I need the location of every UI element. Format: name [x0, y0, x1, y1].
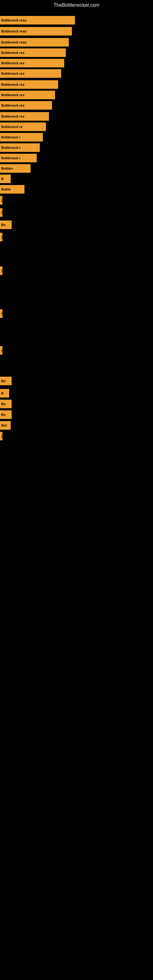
bar-item: Bottleneck resu: [0, 38, 69, 46]
bar-label: Bottleneck res: [1, 51, 24, 54]
bar-label: B: [1, 177, 4, 181]
bar-item: |: [0, 309, 2, 318]
bar-label: Bottleneck res: [1, 61, 24, 65]
bar-label: |: [1, 269, 2, 272]
bar-item: B: [0, 175, 11, 183]
bar-label: |: [1, 211, 2, 215]
bar-item: Bottleneck res: [0, 59, 64, 67]
bar-item: Bottleneck re: [0, 123, 46, 131]
bar-item: Bottleneck r: [0, 154, 37, 162]
bar-label: Bottleneck res: [1, 93, 24, 97]
bar-label: Bottleneck res: [1, 103, 24, 107]
bar-item: Bo: [0, 377, 12, 385]
bar-label: Bottleneck r: [1, 146, 21, 150]
bar-label: Bottleneck resu: [1, 40, 27, 44]
bar-item: |: [0, 196, 2, 205]
bar-item: Bot: [0, 421, 11, 430]
bar-label: Bottleneck res: [1, 115, 24, 118]
bar-label: Bo: [1, 402, 6, 406]
bar-item: Bottlen: [0, 164, 30, 173]
bar-item: Bottleneck r: [0, 133, 43, 142]
bar-label: B: [1, 391, 4, 395]
bar-item: |: [0, 432, 2, 441]
bar-item: Bottleneck res: [0, 112, 49, 121]
bar-label: Bo: [1, 223, 6, 227]
bar-item: Bottleneck res: [0, 69, 61, 78]
bar-item: Bottle: [0, 185, 24, 194]
bar-item: Bottleneck resu: [0, 16, 75, 24]
bar-item: Bo: [0, 221, 12, 229]
bar-label: Bottlen: [1, 167, 13, 170]
bar-label: Bottleneck res: [1, 72, 24, 75]
bar-label: Bottleneck resu: [1, 18, 27, 22]
bar-label: |: [1, 312, 2, 315]
bar-item: Bottleneck res: [0, 80, 58, 89]
bar-item: |: [0, 266, 2, 275]
bar-label: Bottleneck re: [1, 125, 22, 129]
bar-label: Bottleneck r: [1, 156, 21, 160]
bar-item: |: [0, 346, 2, 355]
bar-item: Bottleneck resu: [0, 27, 72, 35]
bar-label: |: [1, 199, 2, 202]
bar-item: |: [0, 233, 2, 241]
bar-label: Bottleneck res: [1, 83, 24, 86]
bar-item: Bo: [0, 400, 12, 408]
bar-item: Bo: [0, 410, 12, 419]
bar-label: |: [1, 434, 2, 438]
bar-item: B: [0, 389, 9, 398]
bar-item: Bottleneck res: [0, 91, 55, 99]
bar-label: Bottle: [1, 188, 11, 191]
bar-label: Bottleneck resu: [1, 29, 27, 33]
bar-label: |: [1, 235, 2, 239]
site-title: TheBottlenecker.com: [0, 0, 153, 9]
bar-label: Bo: [1, 379, 6, 383]
bar-item: Bottleneck res: [0, 101, 52, 110]
bar-label: Bottleneck r: [1, 135, 21, 139]
bar-label: Bo: [1, 413, 6, 417]
bar-label: |: [1, 348, 2, 352]
bar-label: Bot: [1, 423, 7, 427]
bar-item: |: [0, 208, 2, 217]
bar-item: Bottleneck r: [0, 143, 40, 152]
bar-item: Bottleneck res: [0, 48, 66, 57]
